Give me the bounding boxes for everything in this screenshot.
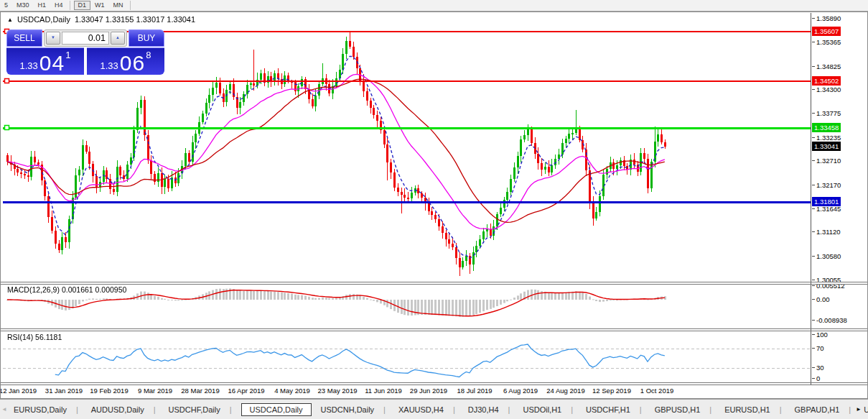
chevron-down-icon: ▼ (51, 35, 55, 40)
timeframe-button[interactable]: M30 (12, 1, 34, 10)
date-axis-label: 12 Jan 2019 (0, 387, 37, 395)
chart-tab[interactable]: AUDUSD,Daily (85, 404, 162, 415)
sell-price-big: 04 (39, 53, 65, 73)
support-level-badge: 1.33458 (812, 123, 841, 132)
chart-tab[interactable]: USDCAD,Daily (241, 403, 312, 416)
rsi-indicator-label: RSI(14) 56.1181 (7, 333, 62, 341)
volume-increase-button[interactable]: ▲ (111, 32, 125, 45)
timeframe-button[interactable]: H4 (50, 1, 70, 10)
price-axis-tick: 1.34300 (816, 86, 841, 93)
chart-title: ▲ USDCAD,Daily 1.33047 1.33155 1.33017 1… (7, 15, 195, 24)
date-axis-label: 9 Mar 2019 (138, 387, 172, 395)
price-axis-tick: 1.34825 (816, 63, 841, 70)
tab-scroll-right-icon[interactable]: ► (856, 406, 862, 413)
support-level-badge: 1.31801 (812, 197, 841, 206)
chart-tab[interactable]: USDCHF,H1 (579, 404, 648, 415)
date-axis-label: 19 Feb 2019 (90, 387, 128, 395)
price-scale: 1.358901.353651.348251.343001.337751.332… (811, 12, 867, 398)
date-axis: 12 Jan 201931 Jan 201919 Feb 20199 Mar 2… (1, 386, 811, 397)
chart-tab[interactable]: USDCNH,Daily (314, 404, 392, 415)
date-axis-label: 11 Jun 2019 (365, 387, 402, 395)
date-axis-label: 23 May 2019 (318, 387, 358, 395)
sell-price-prefix: 1.33 (20, 60, 38, 71)
macd-axis-label: 0.005512 (816, 282, 845, 290)
buy-price-big: 06 (120, 53, 145, 73)
tab-scroll-left-disabled-icon: ◄ (1, 406, 7, 413)
chart-symbol-label: USDCAD,Daily (17, 15, 70, 24)
price-axis-tick: 1.33235 (816, 134, 841, 142)
chart-tab[interactable]: EURUSD,Daily (7, 404, 85, 415)
pane-separator[interactable] (1, 382, 867, 383)
timeframe-button[interactable]: D1 (74, 1, 91, 10)
current-price-badge: 1.33041 (812, 142, 841, 151)
macd-axis-label: 0.00 (816, 295, 830, 303)
rsi-axis-label: 100 (816, 331, 828, 339)
timeframe-button[interactable]: 5 (0, 1, 12, 10)
mt4-terminal: { "toolbar": { "timeframes": [ {"label":… (0, 0, 868, 419)
macd-indicator-label: MACD(12,26,9) 0.001661 0.000950 (7, 285, 126, 294)
price-axis-tick: 1.33775 (816, 109, 841, 117)
price-axis-tick: 1.35890 (816, 14, 841, 22)
rsi-axis-label: 0 (816, 374, 820, 382)
date-axis-label: 28 Mar 2019 (181, 387, 219, 395)
buy-price-box[interactable]: 1.33 06 8 (87, 47, 164, 75)
buy-price-sup: 8 (146, 50, 151, 60)
chart-tab[interactable]: EURUSD,H1 (718, 404, 788, 415)
chart-ohlc-values: 1.33047 1.33155 1.33017 1.33041 (75, 15, 195, 24)
buy-price-prefix: 1.33 (101, 60, 118, 71)
chart-tab[interactable]: GBPUSD,H1 (648, 404, 718, 415)
chart-tab[interactable]: USDCHF,Daily (162, 404, 238, 415)
date-axis-label: 16 Apr 2019 (228, 387, 264, 395)
pane-separator[interactable] (1, 328, 867, 329)
chart-window: ▲ USDCAD,Daily 1.33047 1.33155 1.33017 1… (0, 11, 868, 399)
volume-spinner: ▼ 0.01 ▲ (44, 29, 127, 47)
date-axis-label: 4 May 2019 (274, 387, 310, 395)
price-axis-tick: 1.30580 (816, 252, 841, 260)
resistance-level-badge: 1.34502 (812, 76, 841, 86)
date-axis-label: 1 Oct 2019 (640, 387, 673, 395)
sell-price-box[interactable]: 1.33 04 1 (6, 47, 84, 75)
sell-price-sup: 1 (65, 50, 70, 60)
volume-input[interactable]: 0.01 (62, 32, 109, 45)
sell-button[interactable]: SELL (6, 29, 42, 47)
date-axis-label: 18 Jul 2019 (457, 387, 492, 395)
chart-tab[interactable]: GBPAUD,H1 (788, 404, 858, 415)
chart-tab[interactable]: USDOil,H1 (516, 404, 579, 415)
resistance-level-badge: 1.35607 (812, 27, 841, 36)
volume-decrease-button[interactable]: ▼ (46, 32, 60, 45)
pane-separator[interactable] (1, 385, 867, 385)
pane-separator[interactable] (1, 282, 867, 282)
chart-tab[interactable]: DJ30,H4 (462, 404, 517, 415)
date-axis-label: 6 Aug 2019 (503, 387, 538, 395)
collapse-icon[interactable]: ▲ (7, 17, 13, 23)
date-axis-label: 31 Jan 2019 (45, 387, 83, 395)
chart-tab-bar: ◄ EURUSD,Daily AUDUSD,Daily USDCHF,Daily… (0, 399, 868, 419)
rsi-axis-label: 70 (816, 344, 824, 352)
price-axis-tick: 1.32710 (816, 157, 841, 165)
chart-tab[interactable]: XAUUSD,H4 (392, 404, 462, 415)
timeframe-toolbar: 5 M30 H1 H4 D1 W1 MN (0, 0, 868, 11)
timeframe-button[interactable]: W1 (90, 1, 109, 10)
timeframe-button[interactable]: H1 (34, 1, 51, 10)
chevron-up-icon: ▲ (116, 35, 120, 40)
price-axis-tick: 1.35365 (816, 38, 841, 46)
one-click-trading-panel: SELL ▼ 0.01 ▲ BUY 1.33 04 1 1.33 06 8 (6, 29, 164, 75)
price-axis-tick: 1.32170 (816, 181, 841, 189)
pane-separator[interactable] (1, 331, 867, 331)
timeframe-button[interactable]: MN (109, 1, 131, 10)
buy-button[interactable]: BUY (129, 29, 164, 47)
price-axis-tick: 1.31120 (816, 228, 841, 236)
date-axis-label: 12 Sep 2019 (592, 387, 631, 395)
macd-axis-label: -0.008938 (816, 316, 847, 324)
pane-separator[interactable] (1, 284, 867, 285)
date-axis-label: 24 Aug 2019 (546, 387, 584, 395)
rsi-axis-label: 30 (816, 364, 824, 372)
date-axis-label: 29 Jun 2019 (410, 387, 447, 395)
